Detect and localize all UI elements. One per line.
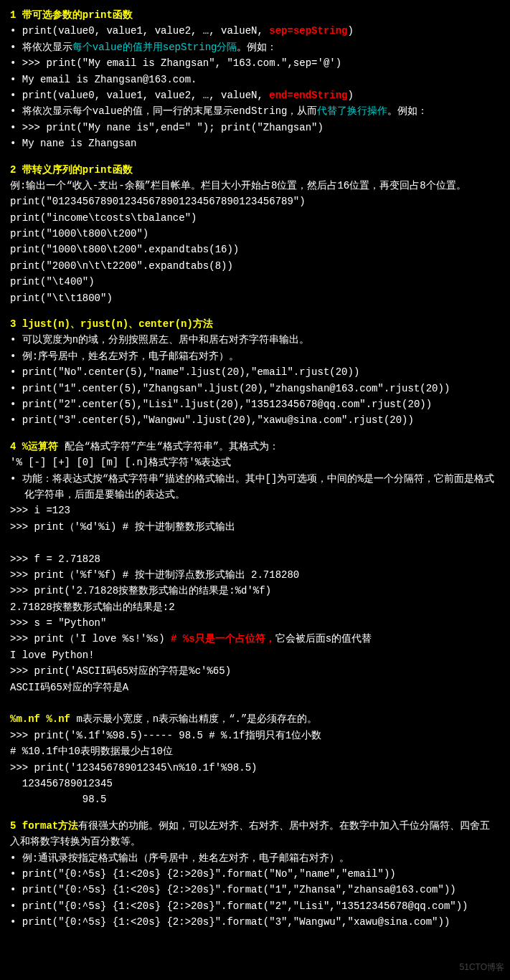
list-item: My email is Zhangsan@163.com. (10, 72, 500, 87)
list-item: print("3".center(5),"Wangwu".ljust(20),"… (10, 412, 500, 428)
code-line: >>> i =123 (10, 503, 500, 518)
text-yellow: %m.nf %.nf (10, 713, 70, 725)
text: 例:通讯录按指定格式输出（序号居中，姓名左对齐，电子邮箱右对齐）。 (22, 852, 349, 864)
list-item: print(value0, value1, value2, …, valueN,… (10, 87, 500, 103)
text: print(value0, value1, value2, …, valueN, (22, 90, 269, 101)
param-red: end=endString (269, 90, 347, 101)
text-teal: 每个value的值并用sepString分隔 (72, 42, 237, 53)
code-line: >>> f = 2.71828 (10, 551, 500, 567)
list-item: 将依次显示每个value的值并用sepString分隔。例如： (10, 39, 500, 55)
code-line: print("{0:^5s} {1:<20s} {2:>20s}".format… (22, 900, 468, 912)
section-2-heading: 2 带转义序列的print函数 (10, 162, 500, 178)
blank-line (10, 695, 500, 711)
code-line: >>> print("My email is Zhangsan", "163.c… (22, 57, 341, 69)
section-3-heading: 3 ljust(n)、rjust(n)、center(n)方法 (10, 316, 500, 332)
list-item: print("{0:^5s} {1:<20s} {2:>20s}".format… (10, 898, 500, 914)
list-item: >>> print("My nane is",end=" "); print("… (10, 120, 500, 135)
format-note: %m.nf %.nf m表示最小宽度，n表示输出精度，“.”是必须存在的。 (10, 711, 500, 727)
param-red: sep=sepString (269, 25, 347, 37)
list-item: 可以宽度为n的域，分别按照居左、居中和居右对齐字符串输出。 (10, 332, 500, 348)
comment-red: # %s只是一个占位符， (171, 633, 275, 644)
code-line: print("{0:^5s} {1:<20s} {2:>20s}".format… (22, 884, 456, 895)
heading-rest: 有很强大的功能。例如，可以左对齐、右对齐、居中对齐。在数字中加入千位分隔符、四舍… (10, 820, 490, 847)
code-line: >>> print("My nane is",end=" "); print("… (22, 122, 324, 133)
code-line: print("2000\n\t\t2200".expandtabs(8)) (10, 258, 500, 274)
heading-number: 4 (10, 441, 16, 452)
section-3-list: 可以宽度为n的域，分别按照居左、居中和居右对齐字符串输出。 例:序号居中，姓名左… (10, 332, 500, 428)
section-5-heading: 5 format方法有很强大的功能。例如，可以左对齐、右对齐、居中对齐。在数字中… (10, 818, 500, 850)
code-line: print("1000\t800\t200") (10, 226, 500, 242)
text: print(value0, value1, value2, …, valueN, (22, 25, 269, 37)
text: 。例如： (387, 105, 428, 117)
heading-text: %运算符 (22, 441, 58, 452)
section-4: 4 %运算符 配合“格式字符”产生“格式字符串”。其格式为： '% [-] [+… (10, 439, 500, 808)
text: 例:序号居中，姓名左对齐，电子邮箱右对齐）。 (22, 351, 239, 362)
code-line: >>> print（'I love %s!'%s) # %s只是一个占位符，它会… (10, 631, 500, 647)
section-1-heading: 1 带可选参数的print函数 (10, 7, 500, 23)
output-line: 123456789012345 (10, 776, 500, 791)
comment-line: # %10.1f中10表明数据最少占10位 (10, 743, 500, 759)
heading-text: 带可选参数的print函数 (22, 9, 133, 21)
blank-line (10, 535, 500, 551)
list-item: print("No".center(5),"name".ljust(20),"e… (10, 364, 500, 380)
code-line: >>> print（'%d'%i) # 按十进制整数形式输出 (10, 519, 500, 535)
output-line: I love Python! (10, 647, 500, 663)
text: 将依次显示每个value的值，同一行的末尾显示endString，从而 (22, 105, 318, 117)
code-line: >>> print('123456789012345\n%10.1f'%98.5… (10, 760, 500, 776)
code-line: >>> print（'%f'%f) # 按十进制浮点数形式输出 2.718280 (10, 567, 500, 583)
code-line: print("2".center(5),"Lisi".ljust(20),"13… (22, 399, 432, 410)
list-item: print(value0, value1, value2, …, valueN,… (10, 23, 500, 39)
section-2: 2 带转义序列的print函数 例:输出一个“收入-支出-余额”栏目帐单。栏目大… (10, 162, 500, 307)
code-line: print("3".center(5),"Wangwu".ljust(20),"… (22, 414, 414, 426)
list-item: 功能：将表达式按“格式字符串”描述的格式输出。其中[]为可选项，中间的%是一个分… (10, 471, 500, 503)
heading-rest: 配合“格式字符”产生“格式字符串”。其格式为： (58, 441, 279, 452)
heading-number: 1 (10, 9, 16, 21)
code-line: print("{0:^5s} {1:<20s} {2:>20s}".format… (22, 916, 450, 928)
text: ) (348, 25, 354, 37)
list-item: print("{0:^5s} {1:<20s} {2:>20s}".format… (10, 882, 500, 898)
code-line: print("1".center(5),"Zhangsan".ljust(20)… (22, 383, 450, 394)
code-line: >>> print('ASCII码65对应的字符是%c'%65) (10, 663, 500, 679)
section-5-list: 例:通讯录按指定格式输出（序号居中，姓名左对齐，电子邮箱右对齐）。 print(… (10, 850, 500, 931)
section-4-list: 功能：将表达式按“格式字符串”描述的格式输出。其中[]为可选项，中间的%是一个分… (10, 471, 500, 503)
list-item: 例:通讯录按指定格式输出（序号居中，姓名左对齐，电子邮箱右对齐）。 (10, 850, 500, 866)
output-line: ASCII码65对应的字符是A (10, 680, 500, 695)
text: 。例如： (237, 42, 277, 53)
heading-number: 3 (10, 318, 16, 330)
output-line: 98.5 (10, 791, 500, 807)
code-line: >>> s = "Python" (10, 615, 500, 631)
heading-text: ljust(n)、rjust(n)、center(n)方法 (22, 318, 213, 330)
code-line: print("1000\t800\t200".expandtabs(16)) (10, 242, 500, 257)
text: >>> print（'I love %s!'%s) (10, 633, 171, 644)
list-item: >>> print("My email is Zhangsan", "163.c… (10, 55, 500, 71)
text-teal: 代替了换行操作 (317, 105, 387, 117)
list-item: print("{0:^5s} {1:<20s} {2:>20s}".format… (10, 866, 500, 882)
text: 可以宽度为n的域，分别按照居左、居中和居右对齐字符串输出。 (22, 334, 309, 346)
heading-number: 5 (10, 820, 16, 832)
format-template: '% [-] [+] [0] [m] [.n]格式字符'%表达式 (10, 455, 500, 470)
output-line: 2.71828按整数形式输出的结果是:2 (10, 599, 500, 615)
code-line: print("\t\t1800") (10, 290, 500, 306)
heading-text: format方法 (22, 820, 78, 832)
text: m表示最小宽度，n表示输出精度，“.”是必须存在的。 (70, 713, 317, 725)
text: 功能：将表达式按“格式字符串”描述的格式输出。其中[]为可选项，中间的%是一个分… (22, 473, 494, 500)
text: 它会被后面s的值代替 (275, 633, 372, 644)
code-line: >>> print('%.1f'%98.5)----- 98.5 # %.1f指… (10, 728, 500, 743)
heading-number: 2 (10, 164, 16, 176)
output-line: My nane is Zhangsan (22, 138, 137, 149)
list-item: 将依次显示每个value的值，同一行的末尾显示endString，从而代替了换行… (10, 103, 500, 119)
list-item: print("2".center(5),"Lisi".ljust(20),"13… (10, 396, 500, 412)
section-1-list: print(value0, value1, value2, …, valueN,… (10, 23, 500, 151)
code-line: >>> print('2.71828按整数形式输出的结果是:%d'%f) (10, 583, 500, 599)
code-line: print("\t400") (10, 274, 500, 290)
code-line: print("income\tcosts\tbalance") (10, 210, 500, 226)
output-line: My email is Zhangsan@163.com. (22, 74, 197, 85)
code-line: print("{0:^5s} {1:<20s} {2:>20s}".format… (22, 868, 396, 880)
heading-text: 带转义序列的print函数 (22, 164, 133, 176)
code-line: print("No".center(5),"name".ljust(20),"e… (22, 366, 359, 378)
section-1: 1 带可选参数的print函数 print(value0, value1, va… (10, 7, 500, 152)
section-3: 3 ljust(n)、rjust(n)、center(n)方法 可以宽度为n的域… (10, 316, 500, 429)
list-item: print("1".center(5),"Zhangsan".ljust(20)… (10, 381, 500, 396)
section-5: 5 format方法有很强大的功能。例如，可以左对齐、右对齐、居中对齐。在数字中… (10, 818, 500, 931)
list-item: 例:序号居中，姓名左对齐，电子邮箱右对齐）。 (10, 348, 500, 364)
